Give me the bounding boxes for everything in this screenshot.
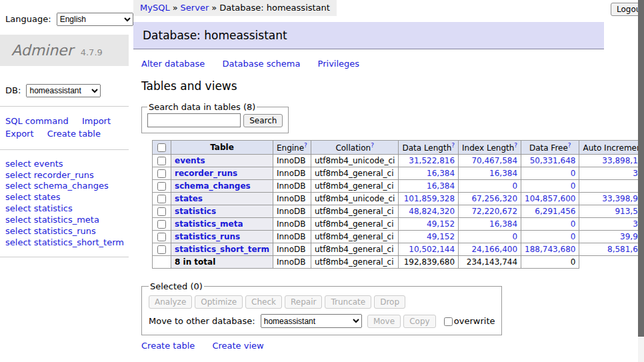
- total-collation-cell: utf8mb4_general_ci: [311, 256, 399, 269]
- table-link[interactable]: statistics_runs: [175, 232, 240, 241]
- table-link[interactable]: statistics: [175, 207, 216, 216]
- engine-cell: InnoDB: [273, 218, 311, 231]
- privileges-link[interactable]: Privileges: [318, 59, 360, 69]
- table-link[interactable]: schema_changes: [175, 181, 251, 191]
- column-header-engine: Engine?: [273, 141, 311, 155]
- search-fieldset: Search data in tables (8) Search: [141, 102, 289, 133]
- overwrite-checkbox[interactable]: [444, 317, 453, 326]
- sidebar-select-statistics[interactable]: select statistics: [5, 203, 129, 214]
- row-checkbox[interactable]: [157, 245, 166, 254]
- language-label: Language:: [5, 14, 51, 24]
- row-checkbox[interactable]: [157, 220, 166, 229]
- move-button[interactable]: Move: [367, 315, 401, 328]
- alter-database-link[interactable]: Alter database: [141, 59, 205, 69]
- table-link[interactable]: statistics_short_term: [175, 245, 269, 254]
- sidebar-select-statistics-meta[interactable]: select statistics_meta: [5, 215, 129, 225]
- table-link[interactable]: events: [175, 156, 205, 165]
- row-checkbox-cell: [153, 231, 171, 243]
- help-icon[interactable]: ?: [568, 142, 571, 149]
- app-version: 4.7.9: [81, 47, 103, 57]
- breadcrumb-mysql[interactable]: MySQL: [140, 3, 170, 13]
- table-link[interactable]: states: [175, 194, 203, 203]
- table-name-cell: statistics: [171, 205, 273, 218]
- help-icon[interactable]: ?: [304, 142, 307, 149]
- breadcrumb-server[interactable]: Server: [181, 3, 209, 13]
- create-table-link[interactable]: Create table: [141, 341, 195, 351]
- row-checkbox-cell: [153, 243, 171, 256]
- table-name-cell: states: [171, 193, 273, 205]
- sidebar-link-export[interactable]: Export: [5, 129, 34, 139]
- vertical-scrollbar[interactable]: [638, 0, 644, 362]
- truncate-button[interactable]: Truncate: [325, 295, 371, 309]
- help-icon[interactable]: ?: [451, 142, 455, 149]
- optimize-button[interactable]: Optimize: [195, 295, 243, 309]
- copy-button[interactable]: Copy: [403, 315, 435, 328]
- table-name-cell: schema_changes: [171, 180, 273, 193]
- selected-legend: Selected (0): [149, 281, 204, 291]
- help-icon[interactable]: ?: [371, 142, 374, 149]
- move-to-database-label: Move to other database:: [149, 316, 255, 326]
- auto-increment-cell: 8,581,645: [579, 243, 644, 256]
- db-label: DB:: [5, 85, 21, 95]
- tables-table: TableEngine?Collation?Data Length?Index …: [152, 140, 644, 269]
- data-length-cell: 49,152: [399, 231, 459, 243]
- row-checkbox[interactable]: [157, 157, 166, 165]
- sidebar-link-create-table[interactable]: Create table: [47, 129, 101, 139]
- database-schema-link[interactable]: Database schema: [223, 59, 301, 69]
- select-all-checkbox[interactable]: [157, 143, 166, 152]
- table-link[interactable]: recorder_runs: [175, 169, 237, 178]
- check-button[interactable]: Check: [245, 295, 282, 309]
- sidebar-select-schema-changes[interactable]: select schema_changes: [5, 181, 129, 191]
- row-checkbox-cell: [153, 167, 171, 180]
- search-button[interactable]: Search: [243, 114, 283, 127]
- row-checkbox[interactable]: [157, 169, 166, 178]
- table-row: statistics_runsInnoDButf8mb4_general_ci4…: [153, 231, 644, 243]
- row-checkbox[interactable]: [157, 207, 166, 216]
- table-name-cell: recorder_runs: [171, 167, 273, 180]
- row-checkbox-cell: [153, 180, 171, 193]
- language-select[interactable]: English: [57, 13, 133, 26]
- tables-table-body: eventsInnoDButf8mb4_unicode_ci31,522,816…: [153, 155, 644, 269]
- table-link[interactable]: statistics_meta: [175, 219, 243, 229]
- move-database-select[interactable]: homeassistant: [261, 314, 362, 328]
- auto-increment-cell: 6: [579, 180, 644, 193]
- row-checkbox[interactable]: [157, 233, 166, 241]
- table-row: statistics_metaInnoDButf8mb4_general_ci4…: [153, 218, 644, 231]
- language-row: Language: English: [0, 9, 129, 26]
- sidebar-select-states[interactable]: select states: [5, 192, 129, 203]
- column-header-data-free: Data Free?: [521, 141, 579, 155]
- overwrite-option: overwrite: [443, 316, 495, 326]
- index-length-cell: 0: [459, 180, 521, 193]
- sidebar-select-statistics-runs[interactable]: select statistics_runs: [5, 226, 129, 237]
- analyze-button[interactable]: Analyze: [149, 295, 192, 309]
- create-view-link[interactable]: Create view: [212, 341, 263, 351]
- total-engine-cell: InnoDB: [273, 256, 311, 269]
- index-length-cell: 24,166,400: [459, 243, 521, 256]
- breadcrumb-separator: »: [211, 3, 217, 13]
- collation-cell: utf8mb4_unicode_ci: [311, 155, 399, 167]
- row-checkbox-cell: [153, 193, 171, 205]
- sidebar-link-import[interactable]: Import: [82, 116, 111, 126]
- row-checkbox[interactable]: [157, 195, 166, 203]
- column-header-auto-increment: Auto Increment?: [579, 141, 644, 155]
- auto-increment-cell: 913,577: [579, 205, 644, 218]
- divider: [0, 106, 129, 107]
- row-checkbox-cell: [153, 218, 171, 231]
- row-checkbox[interactable]: [157, 182, 166, 191]
- search-input[interactable]: [147, 113, 241, 127]
- drop-button[interactable]: Drop: [374, 295, 405, 309]
- sidebar-select-statistics-short-term[interactable]: select statistics_short_term: [5, 237, 129, 248]
- db-select[interactable]: homeassistant: [26, 84, 101, 97]
- total-data-free-cell: 0: [521, 256, 579, 269]
- collation-cell: utf8mb4_unicode_ci: [311, 193, 399, 205]
- page-title: Database: homeassistant: [133, 22, 604, 49]
- sidebar-link-sql-command[interactable]: SQL command: [5, 116, 69, 126]
- sidebar-select-events[interactable]: select events: [5, 159, 129, 169]
- help-icon[interactable]: ?: [514, 142, 517, 149]
- sidebar-select-recorder-runs[interactable]: select recorder_runs: [5, 170, 129, 181]
- data-length-cell: 10,502,144: [399, 243, 459, 256]
- scrollbar-thumb[interactable]: [638, 0, 644, 337]
- engine-cell: InnoDB: [273, 167, 311, 180]
- repair-button[interactable]: Repair: [285, 295, 322, 309]
- table-name-cell: events: [171, 155, 273, 167]
